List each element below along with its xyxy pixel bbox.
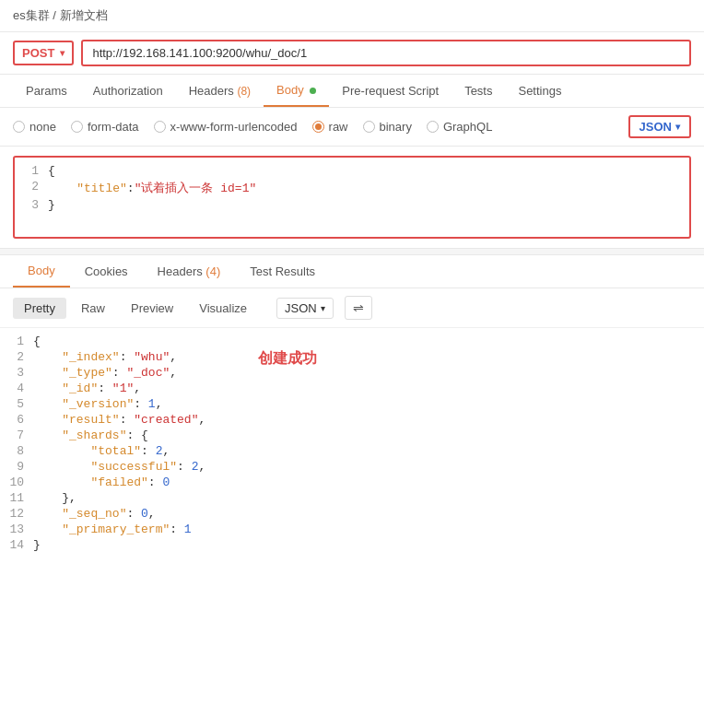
- headers-badge: (8): [237, 85, 251, 98]
- radio-raw-label: raw: [329, 120, 348, 134]
- line-num-3: 3: [15, 198, 48, 212]
- resp-tab-test-results[interactable]: Test Results: [235, 256, 330, 287]
- radio-none[interactable]: none: [13, 120, 56, 134]
- radio-form-data-circle: [71, 121, 83, 133]
- resp-line-6: 6 "result": "created",: [0, 412, 704, 428]
- body-type-row: none form-data x-www-form-urlencoded raw…: [0, 108, 704, 147]
- line-num-1: 1: [15, 164, 48, 178]
- resp-line-5: 5 "_version": 1,: [0, 396, 704, 412]
- tab-pre-request[interactable]: Pre-request Script: [329, 76, 452, 106]
- radio-binary-circle: [363, 121, 375, 133]
- radio-binary-label: binary: [380, 120, 412, 134]
- resp-tab-headers[interactable]: Headers (4): [143, 256, 236, 287]
- json-format-button[interactable]: JSON ▾: [628, 115, 691, 138]
- resp-line-14: 14 }: [0, 537, 704, 553]
- tab-body[interactable]: Body: [264, 75, 329, 107]
- radio-binary[interactable]: binary: [363, 120, 412, 134]
- radio-graphql-label: GraphQL: [443, 120, 492, 134]
- radio-none-label: none: [29, 120, 56, 134]
- wrap-icon: ⇌: [353, 300, 364, 315]
- body-active-dot: [310, 88, 316, 94]
- radio-raw[interactable]: raw: [312, 120, 348, 134]
- request-body-editor[interactable]: 1 { 2 "title":"试着插入一条 id=1" 3 }: [13, 156, 691, 239]
- radio-urlencoded-label: x-www-form-urlencoded: [170, 120, 298, 134]
- resp-headers-badge: (4): [205, 264, 220, 278]
- json-chevron-icon: ▾: [675, 122, 680, 132]
- code-line-3: 3 }: [15, 197, 689, 213]
- tab-headers[interactable]: Headers (8): [176, 76, 264, 106]
- view-raw-button[interactable]: Raw: [70, 298, 116, 319]
- response-body: 1 { 2 "_index": "whu", 创建成功 3 "_type": "…: [0, 328, 704, 558]
- request-tabs: Params Authorization Headers (8) Body Pr…: [0, 75, 704, 108]
- resp-line-13: 13 "_primary_term": 1: [0, 522, 704, 537]
- tab-settings[interactable]: Settings: [505, 76, 574, 106]
- tab-authorization[interactable]: Authorization: [80, 76, 176, 106]
- method-select[interactable]: POST ▾: [13, 41, 74, 65]
- resp-line-1: 1 {: [0, 334, 704, 349]
- url-input[interactable]: [81, 40, 691, 66]
- view-row: Pretty Raw Preview Visualize JSON ▾ ⇌: [0, 288, 704, 328]
- line-content-3: }: [48, 198, 55, 212]
- view-preview-button[interactable]: Preview: [120, 298, 184, 319]
- view-pretty-button[interactable]: Pretty: [13, 298, 66, 319]
- tab-params[interactable]: Params: [13, 76, 80, 106]
- line-content-2: "title":"试着插入一条 id=1": [48, 180, 256, 196]
- resp-line-11: 11 },: [0, 490, 704, 506]
- resp-line-10: 10 "failed": 0: [0, 475, 704, 490]
- response-tabs: Body Cookies Headers (4) Test Results: [0, 255, 704, 288]
- response-json-chevron-icon: ▾: [321, 303, 325, 313]
- url-bar: POST ▾: [0, 32, 704, 75]
- radio-graphql-circle: [427, 121, 439, 133]
- resp-line-3: 3 "_type": "_doc",: [0, 365, 704, 381]
- resp-line-9: 9 "successful": 2,: [0, 459, 704, 475]
- code-line-2: 2 "title":"试着插入一条 id=1": [15, 179, 689, 197]
- response-json-label: JSON: [285, 301, 317, 315]
- resp-tab-cookies[interactable]: Cookies: [70, 256, 143, 287]
- method-chevron-icon: ▾: [60, 48, 65, 58]
- section-divider: [0, 248, 704, 255]
- tab-tests[interactable]: Tests: [452, 76, 505, 106]
- method-label: POST: [22, 46, 54, 60]
- breadcrumb: es集群 / 新增文档: [0, 0, 704, 32]
- wrap-button[interactable]: ⇌: [345, 296, 372, 320]
- resp-tab-body[interactable]: Body: [13, 255, 70, 288]
- radio-form-data[interactable]: form-data: [71, 120, 139, 134]
- resp-line-7: 7 "_shards": {: [0, 428, 704, 443]
- radio-raw-inner: [315, 123, 322, 130]
- radio-form-data-label: form-data: [88, 120, 139, 134]
- resp-line-4: 4 "_id": "1",: [0, 381, 704, 396]
- code-line-1: 1 {: [15, 163, 689, 179]
- resp-line-8: 8 "total": 2,: [0, 443, 704, 459]
- success-label: 创建成功: [258, 349, 317, 369]
- view-visualize-button[interactable]: Visualize: [188, 298, 258, 319]
- line-content-1: {: [48, 164, 55, 178]
- radio-none-circle: [13, 121, 25, 133]
- radio-urlencoded-circle: [154, 121, 166, 133]
- response-json-select[interactable]: JSON ▾: [276, 298, 334, 319]
- radio-graphql[interactable]: GraphQL: [427, 120, 492, 134]
- resp-line-12: 12 "_seq_no": 0,: [0, 506, 704, 522]
- json-format-label: JSON: [639, 120, 672, 134]
- radio-urlencoded[interactable]: x-www-form-urlencoded: [154, 120, 298, 134]
- resp-line-2: 2 "_index": "whu", 创建成功: [0, 349, 704, 365]
- line-num-2: 2: [15, 180, 48, 194]
- radio-raw-circle: [312, 121, 324, 133]
